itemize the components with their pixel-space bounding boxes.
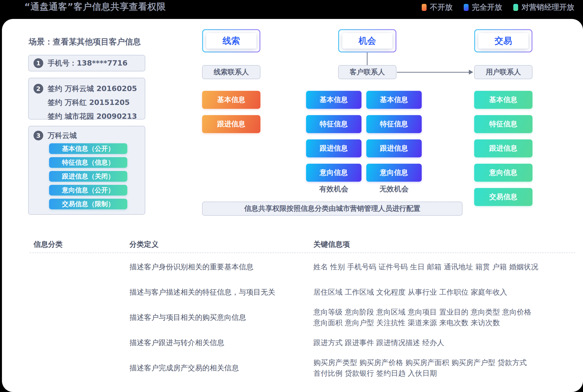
legend-label: 对营销经理开放 — [522, 2, 574, 12]
table-row: 2. 特征信息 描述与客户描述相关的特征信息，与项目无关 居住区域 工作区域 文… — [0, 284, 583, 300]
keys-text: 居住区域 工作区域 文化程度 从事行业 工作职位 家庭年收入 — [313, 287, 507, 298]
valid-opportunity-pill: 基本信息 — [306, 91, 362, 109]
deal-info-pill: 跟进信息 — [474, 140, 532, 158]
opportunity-contact-box: 客户联系人 — [338, 65, 396, 79]
opportunity-header-mid: 机会 — [339, 30, 396, 52]
clue-header-mid: 线索 — [203, 30, 260, 52]
keys-line: 首付比例 贷款银行 签约日趋 入伙日期 — [313, 368, 527, 379]
invalid-opportunity-label: 无效机会 — [366, 184, 422, 194]
keys-line: 居住区域 工作区域 文化程度 从事行业 工作职位 家庭年收入 — [313, 287, 507, 298]
clue-contact-box: 线索联系人 — [202, 65, 260, 79]
table-row: 1. 基本信息 描述客户身份识别相关的重要基本信息 姓名 性别 手机号码 证件号… — [0, 259, 583, 275]
valid-opportunity-pill: 意向信息 — [306, 164, 362, 182]
keys-text: 跟进方式 跟进事件 跟进情况描述 经办人 — [313, 337, 444, 348]
legend-label: 不开放 — [430, 2, 452, 12]
step-number-badge: 2 — [34, 84, 43, 94]
definition-text: 描述与客户描述相关的特征信息，与项目无关 — [130, 287, 275, 297]
page: “通盘通客”客户信息共享查看权限 不开放 完全开放 对营销经理开放 场景：查看某… — [0, 0, 583, 392]
deal-contact-box: 用户联系人 — [474, 65, 532, 79]
legend-swatch-teal-icon — [513, 4, 518, 11]
permission-pill: 交易信息（限制） — [49, 199, 127, 209]
keys-text: 购买房产类型 购买房产价格 购买房产面积 购买房产户型 贷款方式 首付比例 贷款… — [313, 357, 527, 379]
opportunity-header-box: 机会 — [338, 29, 396, 52]
invalid-opportunity-pill: 跟进信息 — [366, 140, 422, 158]
table-row: 4. 跟进信息 描述客户跟进与转介相关信息 跟进方式 跟进事件 跟进情况描述 经… — [0, 334, 583, 351]
clue-header-box: 线索 — [202, 29, 260, 52]
step-text: 手机号：138****7716 — [48, 58, 128, 68]
scenario-step-1: 1 手机号：138****7716 — [28, 55, 145, 72]
scenario-title: 场景：查看某其他项目客户信息 — [29, 36, 141, 47]
table-divider — [30, 252, 575, 253]
connector-line — [367, 52, 368, 65]
deal-info-pill: 基本信息 — [474, 91, 532, 109]
step-line: 签约 万科云城 20160205 — [48, 82, 137, 96]
valid-opportunity-pill: 跟进信息 — [306, 140, 362, 158]
valid-opportunity-label: 有效机会 — [306, 184, 362, 194]
legend-item-open: 完全开放 — [464, 2, 502, 12]
definition-text: 描述客户完成房产交易的相关信息 — [130, 363, 239, 373]
invalid-opportunity-pill: 特征信息 — [366, 115, 422, 133]
table-header-definition: 分类定义 — [130, 240, 158, 250]
arrow-line — [397, 72, 469, 72]
deal-info-pill: 交易信息 — [474, 188, 532, 206]
keys-text: 意向等级 意向阶段 意向区域 意向项目 置业目的 意向类型 意向价格 意向面积 … — [313, 307, 531, 328]
legend-swatch-blue-icon — [464, 4, 468, 11]
table-header-category: 信息分类 — [34, 240, 63, 250]
category-pill: 5. 交易信息 — [29, 360, 105, 376]
legend-swatch-orange-icon — [422, 4, 426, 11]
deal-title: 交易 — [478, 33, 528, 48]
keys-line: 跟进方式 跟进事件 跟进情况描述 经办人 — [313, 337, 444, 348]
deal-info-pill: 特征信息 — [474, 115, 532, 133]
deal-header-box: 交易 — [474, 29, 532, 52]
invalid-opportunity-pill: 基本信息 — [366, 91, 422, 109]
table-header-keys: 关键信息项 — [313, 240, 350, 250]
page-title: “通盘通客”客户信息共享查看权限 — [24, 0, 166, 13]
deal-header-mid: 交易 — [475, 30, 532, 52]
deal-info-pill: 意向信息 — [474, 164, 532, 182]
clue-info-pill: 基本信息 — [202, 91, 260, 109]
permission-pill: 意向信息（公开） — [49, 185, 127, 196]
legend: 不开放 完全开放 对营销经理开放 — [422, 2, 574, 13]
permission-pill: 跟进信息（关闭） — [49, 171, 127, 182]
table-row: 5. 交易信息 描述客户完成房产交易的相关信息 购买房产类型 购买房产价格 购买… — [0, 360, 583, 376]
category-pill: 1. 基本信息 — [29, 259, 105, 275]
invalid-opportunity-pill: 意向信息 — [366, 164, 422, 182]
keys-line: 意向面积 意向户型 关注抗性 渠道来源 来电次数 来访次数 — [313, 318, 531, 328]
step-number-badge: 3 — [34, 131, 43, 140]
step-3-header: 3 万科云城 — [29, 126, 145, 140]
arrow-head-icon — [469, 70, 473, 74]
step-text-lines: 签约 万科云城 20160205 签约 万科红 20151205 签约 城市花园… — [48, 82, 137, 123]
keys-text: 姓名 性别 手机号码 证件号码 生日 邮箱 通讯地址 籍贯 户籍 婚姻状况 — [313, 262, 538, 272]
category-pill: 2. 特征信息 — [29, 284, 105, 300]
scenario-step-2: 2 签约 万科云城 20160205 签约 万科红 20151205 签约 城市… — [28, 78, 145, 120]
project-name: 万科云城 — [48, 131, 77, 140]
definition-text: 描述客户身份识别相关的重要基本信息 — [130, 262, 253, 272]
permission-pill: 特征信息（信息） — [49, 157, 127, 168]
step-line: 签约 万科红 20151205 — [48, 96, 137, 109]
legend-item-closed: 不开放 — [422, 2, 452, 12]
step-number-badge: 1 — [34, 58, 43, 68]
category-pill: 3. 意向信息 — [29, 309, 105, 326]
keys-line: 购买房产类型 购买房产价格 购买房产面积 购买房产户型 贷款方式 — [313, 357, 527, 368]
keys-line: 姓名 性别 手机号码 证件号码 生日 邮箱 通讯地址 籍贯 户籍 婚姻状况 — [313, 262, 538, 272]
clue-title: 线索 — [206, 33, 256, 48]
config-note-banner: 信息共享权限按照信息分类由城市营销管理人员进行配置 — [202, 202, 462, 216]
clue-info-pill: 跟进信息 — [202, 115, 260, 133]
definition-text: 描述客户跟进与转介相关信息 — [130, 338, 224, 348]
table-row: 3. 意向信息 描述客户与项目相关的购买意向信息 意向等级 意向阶段 意向区域 … — [0, 309, 583, 326]
opportunity-title: 机会 — [342, 33, 392, 48]
legend-label: 完全开放 — [472, 2, 502, 12]
category-pill: 4. 跟进信息 — [29, 334, 105, 351]
permission-pill: 基本信息（公开） — [49, 143, 127, 154]
keys-line: 意向等级 意向阶段 意向区域 意向项目 置业目的 意向类型 意向价格 — [313, 307, 531, 318]
scenario-step-3: 3 万科云城 基本信息（公开） 特征信息（信息） 跟进信息（关闭） 意向信息（公… — [28, 126, 145, 215]
legend-item-manager: 对营销经理开放 — [513, 2, 574, 12]
step-line: 签约 城市花园 20090213 — [48, 109, 137, 123]
valid-opportunity-pill: 特征信息 — [306, 115, 362, 133]
definition-text: 描述客户与项目相关的购买意向信息 — [130, 312, 246, 322]
